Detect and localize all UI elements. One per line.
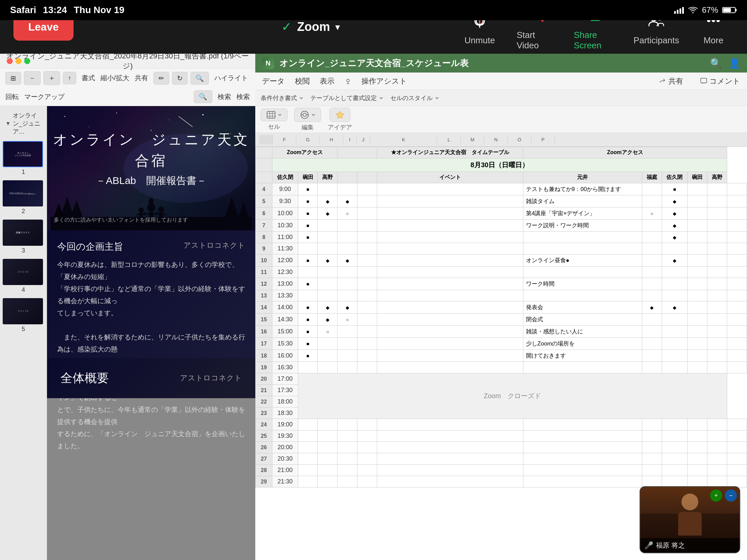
table-row: 2519:30 (256, 430, 747, 442)
svg-point-19 (168, 119, 169, 120)
pdf-page-2: 今回の企画主旨 アストロコネクト 今年の夏休みは、新型コロナの影響もあり、多くの… (47, 230, 255, 358)
pdf-tool-label-search: 検索 (218, 92, 231, 101)
pdf-thumb-3[interactable]: 画像スライド 3 (3, 219, 44, 256)
pdf-markup-btn[interactable]: 🔍 (190, 72, 209, 85)
app-name: Safari (10, 5, 36, 16)
menu-share[interactable]: 共有 (668, 76, 683, 86)
col-takano2: 高野 (707, 172, 727, 183)
svg-marker-29 (71, 200, 83, 217)
status-time: 13:24 (43, 5, 67, 16)
unmute-label: Unmute (465, 35, 495, 46)
numbers-titlebar: N オンライン_ジュニア天文合宿_スケジュール表 🔍 👤 (255, 54, 747, 73)
fullscreen-dot[interactable] (24, 58, 30, 64)
table-row: 1916:30 (256, 362, 747, 373)
ribbon-idea-label: アイデア (328, 123, 352, 131)
pdf-thumb-num-2: 2 (3, 207, 44, 216)
pdf-folder-label: オンライン_ジュニア… (13, 111, 41, 136)
col-header-I: I (343, 135, 357, 144)
col-blank1 (338, 172, 357, 183)
pdf-page-1: オンライン ジュニア天文合宿 －ABLab 開催報告書－ 多くの方に読みやすい太… (47, 106, 255, 230)
menu-data[interactable]: データ (262, 76, 285, 86)
pdf-filename: オンライン_ジュニア天文合宿_2020年8月29日30日_報告書.pdf (1/… (5, 51, 250, 71)
blank-header (338, 147, 377, 158)
col-blank2 (357, 172, 377, 183)
table-row: 49:00■テストも兼ねてか9：00から開けます■ (256, 183, 747, 195)
video-minimize-btn[interactable]: − (725, 489, 737, 502)
table-row: 1313:30 (256, 290, 747, 301)
svg-point-60 (303, 113, 306, 116)
pdf-search-btn[interactable]: 🔍 (194, 90, 212, 103)
ribbon-edit-btn[interactable] (294, 108, 321, 122)
minimize-dot[interactable] (16, 58, 22, 64)
menu-comment[interactable]: コメント (710, 76, 740, 86)
col-header-F: F (273, 135, 296, 144)
svg-line-36 (144, 213, 149, 214)
col-header-P: P (531, 135, 555, 144)
pdf-tool-label-format: 書式 (82, 74, 95, 83)
pdf-share-btn[interactable]: ↑ (63, 72, 76, 84)
video-controls: + − (710, 489, 737, 502)
signal-icon (674, 6, 684, 14)
share-icon-menu (659, 78, 666, 85)
pdf-table-btn[interactable]: ⊞ (5, 72, 21, 85)
cond-style-btn[interactable]: セルのスタイル (390, 94, 439, 102)
pdf-rotate-btn[interactable]: ↻ (172, 72, 188, 85)
participants-label: Participants (634, 35, 679, 46)
table-row: 2720:30 (256, 453, 747, 465)
table-row: 811:00■◆ (256, 232, 747, 243)
slide1-title: オンライン ジュニア天文合宿 (47, 129, 255, 171)
close-dot[interactable] (7, 58, 13, 64)
numbers-search-btn[interactable]: 🔍 (710, 58, 722, 69)
map-pin-icon (344, 78, 351, 85)
svg-rect-54 (267, 111, 275, 118)
col-header-J: J (357, 135, 370, 144)
col-sakunaga: 佐久閉 (273, 172, 298, 183)
cond-format-btn[interactable]: 条件付き書式 (261, 94, 304, 102)
video-expand-btn[interactable]: + (710, 489, 722, 502)
svg-point-20 (202, 114, 204, 115)
battery-label: 67% (702, 5, 718, 15)
more-label: More (703, 35, 723, 46)
col-motoi: 元井 (523, 172, 642, 183)
menu-assist[interactable]: 操作アシスト (361, 76, 407, 86)
pdf-nav-bar: ⊞ － ＋ ↑ 書式 縮小/拡大 共有 ✏ ↻ 🔍 ハイライト 回転 マークアッ… (0, 69, 255, 106)
row-num-header (256, 147, 273, 158)
col-header-H: H (320, 135, 343, 144)
col-wanida2: 碗田 (688, 172, 707, 183)
col-header-M: M (461, 135, 484, 144)
col-header-O: O (508, 135, 531, 144)
svg-point-33 (147, 203, 155, 212)
pdf-thumb-5[interactable]: スライド5 5 (3, 298, 44, 334)
cond-table-btn[interactable]: テーブルとして書式設定 (310, 94, 384, 102)
zoom-chevron-icon[interactable]: ▾ (335, 22, 340, 32)
video-name-label: 福原 将之 (656, 541, 685, 550)
menu-comment-group: コメント (700, 76, 740, 86)
pdf-thumb-4[interactable]: スライド4 4 (3, 259, 44, 295)
numbers-person-btn[interactable]: 👤 (728, 58, 740, 69)
window-controls (7, 58, 30, 64)
pdf-pen-btn[interactable]: ✏ (154, 72, 169, 85)
ribbon-cell-btn[interactable] (261, 108, 287, 121)
table-row: 1816:00■開けておきます (256, 350, 747, 362)
ribbon-idea-btn[interactable] (330, 108, 350, 122)
col-header-N: N (484, 135, 508, 144)
pdf-folder-item[interactable]: ▼ オンライン_ジュニア… (3, 109, 44, 138)
ribbon-edit-label: 編集 (302, 123, 314, 131)
numbers-filename: オンライン_ジュニア天文合宿_スケジュール表 (280, 57, 468, 69)
menu-view[interactable]: 表示 (320, 76, 335, 86)
pdf-viewer: オンライン_ジュニア天文合宿_2020年8月29日30日_報告書.pdf (1/… (0, 54, 255, 560)
pdf-tool-group-2: ✏ ↻ 🔍 (154, 72, 209, 85)
svg-line-48 (136, 214, 139, 216)
pdf-zoom-out-btn[interactable]: － (24, 71, 41, 85)
zoom-access-header-right: Zoomアクセス (523, 147, 727, 158)
svg-rect-53 (701, 78, 707, 83)
pdf-tool-label-markup: マークアップ (24, 92, 65, 101)
menu-review[interactable]: 校閲 (295, 76, 310, 86)
pdf-tool-label-highlight: ハイライト (214, 74, 248, 83)
video-mic-icon: 🎤 (644, 541, 653, 550)
pdf-zoom-in-btn[interactable]: ＋ (43, 71, 60, 85)
table-row: 1414:00■◆◆発表会◆◆ (256, 301, 747, 314)
pdf-thumb-2[interactable]: 今回の企画主旨 今年の夏休みは... 2 (3, 180, 44, 216)
status-bar: Safari 13:24 Thu Nov 19 67% (0, 0, 747, 20)
pdf-thumb-1[interactable]: オンライン ジュニア天文合宿 1 (3, 141, 44, 177)
